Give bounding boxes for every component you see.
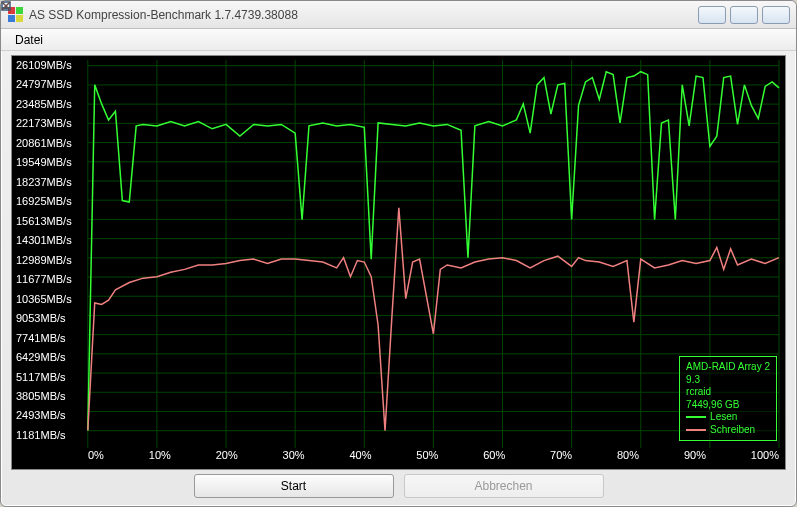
y-tick-label: 1181MB/s [16, 430, 86, 441]
x-axis-labels: 0%10%20%30%40%50%60%70%80%90%100% [88, 449, 779, 465]
y-tick-label: 9053MB/s [16, 313, 86, 324]
legend-drive-name-2: 9.3 [686, 374, 770, 387]
x-tick-label: 10% [149, 449, 171, 465]
legend-read-swatch [686, 416, 706, 418]
x-tick-label: 80% [617, 449, 639, 465]
x-tick-label: 20% [216, 449, 238, 465]
start-button[interactable]: Start [194, 474, 394, 498]
legend-read-row: Lesen [686, 411, 770, 424]
y-tick-label: 11677MB/s [16, 274, 86, 285]
y-tick-label: 26109MB/s [16, 60, 86, 71]
legend-read-label: Lesen [710, 411, 737, 424]
minimize-button[interactable] [698, 6, 726, 24]
chart-legend: AMD-RAID Array 2 9.3 rcraid 7449,96 GB L… [679, 356, 777, 441]
legend-write-swatch [686, 429, 706, 431]
chart-plot [12, 56, 785, 472]
x-tick-label: 100% [751, 449, 779, 465]
y-tick-label: 18237MB/s [16, 177, 86, 188]
button-row: Start Abbrechen [1, 474, 796, 500]
x-tick-label: 0% [88, 449, 104, 465]
x-tick-label: 50% [416, 449, 438, 465]
legend-driver: rcraid [686, 386, 770, 399]
x-tick-label: 60% [483, 449, 505, 465]
y-tick-label: 19549MB/s [16, 157, 86, 168]
y-tick-label: 24797MB/s [16, 79, 86, 90]
y-tick-label: 3805MB/s [16, 391, 86, 402]
y-tick-label: 10365MB/s [16, 294, 86, 305]
window-controls [698, 6, 790, 24]
titlebar: AS SSD Kompression-Benchmark 1.7.4739.38… [1, 1, 796, 29]
x-tick-label: 30% [283, 449, 305, 465]
y-tick-label: 2493MB/s [16, 410, 86, 421]
chart-area: 26109MB/s24797MB/s23485MB/s22173MB/s2086… [11, 55, 786, 470]
y-tick-label: 12989MB/s [16, 255, 86, 266]
close-button[interactable] [762, 6, 790, 24]
y-tick-label: 16925MB/s [16, 196, 86, 207]
x-tick-label: 70% [550, 449, 572, 465]
y-tick-label: 20861MB/s [16, 138, 86, 149]
menu-file[interactable]: Datei [9, 31, 49, 49]
y-tick-label: 15613MB/s [16, 216, 86, 227]
y-tick-label: 23485MB/s [16, 99, 86, 110]
y-tick-label: 22173MB/s [16, 118, 86, 129]
cancel-button: Abbrechen [404, 474, 604, 498]
menubar: Datei [1, 29, 796, 51]
x-tick-label: 90% [684, 449, 706, 465]
y-axis-labels: 26109MB/s24797MB/s23485MB/s22173MB/s2086… [16, 56, 86, 445]
x-tick-label: 40% [349, 449, 371, 465]
y-tick-label: 14301MB/s [16, 235, 86, 246]
legend-write-label: Schreiben [710, 424, 755, 437]
y-tick-label: 7741MB/s [16, 333, 86, 344]
maximize-button[interactable] [730, 6, 758, 24]
y-tick-label: 5117MB/s [16, 372, 86, 383]
app-window: AS SSD Kompression-Benchmark 1.7.4739.38… [0, 0, 797, 507]
legend-drive-name-1: AMD-RAID Array 2 [686, 361, 770, 374]
window-title: AS SSD Kompression-Benchmark 1.7.4739.38… [29, 8, 698, 22]
legend-size: 7449,96 GB [686, 399, 770, 412]
y-tick-label: 6429MB/s [16, 352, 86, 363]
legend-write-row: Schreiben [686, 424, 770, 437]
